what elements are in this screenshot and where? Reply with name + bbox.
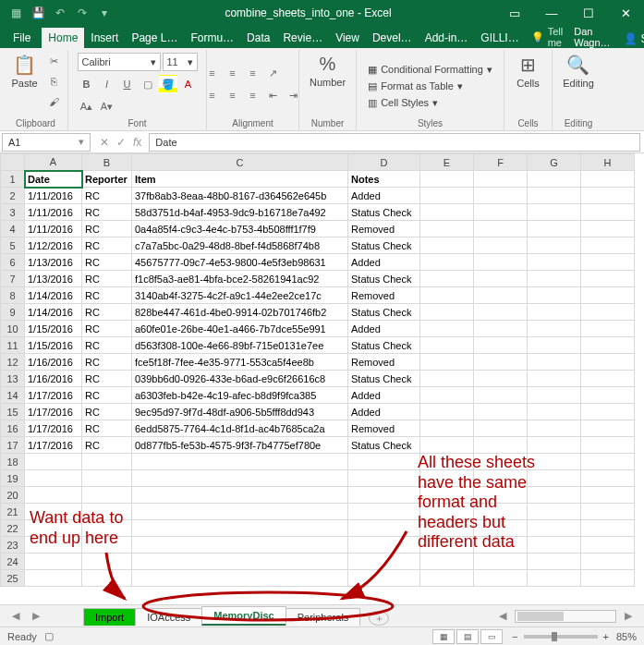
cell[interactable]: 1/17/2016 xyxy=(25,404,82,420)
cell[interactable]: Status Check xyxy=(348,337,420,354)
cell[interactable]: RC xyxy=(82,237,132,254)
cell[interactable]: RC xyxy=(82,271,132,287)
cell[interactable] xyxy=(474,304,528,321)
cell[interactable] xyxy=(348,470,420,487)
tab-page-layout[interactable]: Page L… xyxy=(125,28,184,48)
col-header-E[interactable]: E xyxy=(420,154,474,171)
shrink-font-icon[interactable]: A▾ xyxy=(98,97,116,116)
cell[interactable]: RC xyxy=(82,188,132,204)
row-header[interactable]: 8 xyxy=(1,287,25,304)
cell[interactable] xyxy=(420,354,474,371)
cell[interactable] xyxy=(474,404,528,420)
cell[interactable] xyxy=(474,188,528,204)
cell[interactable]: 3140ab4f-3275-4c2f-a9c1-44e2ee2ce17c xyxy=(132,287,348,304)
cell[interactable]: Status Check xyxy=(348,271,420,287)
undo-icon[interactable]: ↶ xyxy=(50,3,70,23)
tab-insert[interactable]: Insert xyxy=(84,28,125,48)
sheet-tab-memorydisc[interactable]: MemoryDisc xyxy=(201,606,286,626)
cell[interactable]: 1/12/2016 xyxy=(25,237,82,254)
cell[interactable] xyxy=(474,337,528,354)
cell[interactable] xyxy=(474,537,528,554)
cell[interactable] xyxy=(82,470,132,487)
enter-fx-icon[interactable]: ✓ xyxy=(116,136,126,149)
row-header[interactable]: 25 xyxy=(1,570,25,587)
col-header-C[interactable]: C xyxy=(132,154,348,171)
cell[interactable] xyxy=(25,470,82,487)
cell[interactable] xyxy=(581,287,635,304)
cell[interactable]: 1/13/2016 xyxy=(25,254,82,271)
cell[interactable] xyxy=(528,504,581,520)
cell[interactable] xyxy=(348,520,420,537)
format-painter-icon[interactable]: 🖌 xyxy=(45,92,64,111)
cell[interactable] xyxy=(528,454,581,470)
cell[interactable]: a6303feb-b42e-4c19-afec-b8d9f9fca385 xyxy=(132,387,348,404)
cell[interactable]: 1/11/2016 xyxy=(25,221,82,237)
cell[interactable]: 1/17/2016 xyxy=(25,420,82,437)
view-page-break-button[interactable]: ▭ xyxy=(480,629,503,644)
hscroll-bar[interactable] xyxy=(515,610,616,623)
cell[interactable]: 828be447-461d-4be0-9914-02b701746fb2 xyxy=(132,304,348,321)
cell[interactable]: 0d877fb5-fe53b-4575-9f3f-7b4775ef780e xyxy=(132,437,348,454)
tab-addins[interactable]: Add-in… xyxy=(419,28,475,48)
cell[interactable]: Item xyxy=(132,171,348,188)
cell[interactable] xyxy=(25,537,82,554)
col-header-D[interactable]: D xyxy=(348,154,420,171)
cell[interactable]: RC xyxy=(82,337,132,354)
col-header-A[interactable]: A xyxy=(25,154,82,171)
cell[interactable] xyxy=(420,437,474,454)
cell[interactable] xyxy=(132,520,348,537)
tab-data[interactable]: Data xyxy=(240,28,276,48)
align-center-icon[interactable]: ≡ xyxy=(224,86,242,104)
cell[interactable]: 58d3751d-b4af-4953-9dc9-b16718e7a492 xyxy=(132,204,348,221)
sheet-nav-next[interactable]: ▶ xyxy=(26,610,46,622)
tab-file[interactable]: File xyxy=(4,28,40,48)
cell[interactable]: RC xyxy=(82,354,132,371)
cell[interactable] xyxy=(581,537,635,554)
cell[interactable] xyxy=(132,487,348,504)
font-size[interactable]: 11▾ xyxy=(163,53,198,71)
cell[interactable] xyxy=(528,271,581,287)
row-header[interactable]: 4 xyxy=(1,221,25,237)
cell[interactable] xyxy=(82,520,132,537)
cell[interactable]: f1c8f5a3-ae81-4bfa-bce2-58261941ac92 xyxy=(132,271,348,287)
cell[interactable] xyxy=(528,420,581,437)
row-header[interactable]: 3 xyxy=(1,204,25,221)
cell[interactable] xyxy=(82,537,132,554)
cell[interactable]: RC xyxy=(82,254,132,271)
row-header[interactable]: 21 xyxy=(1,504,25,520)
cell[interactable]: 37fb8ab3-8eaa-48b0-8167-d364562e645b xyxy=(132,188,348,204)
cell[interactable] xyxy=(82,487,132,504)
cell[interactable] xyxy=(420,387,474,404)
cell[interactable] xyxy=(581,570,635,587)
cell[interactable] xyxy=(25,554,82,570)
bold-button[interactable]: B xyxy=(78,75,96,93)
cell[interactable]: a60fe01e-26be-40e1-a466-7b7dce55e991 xyxy=(132,321,348,337)
cell[interactable] xyxy=(528,188,581,204)
cell[interactable] xyxy=(581,354,635,371)
row-header[interactable]: 22 xyxy=(1,520,25,537)
hscroll-right[interactable]: ▶ xyxy=(618,610,638,622)
row-header[interactable]: 9 xyxy=(1,304,25,321)
sheet-tab-import[interactable]: Import xyxy=(83,608,136,626)
cell[interactable]: RC xyxy=(82,287,132,304)
cell[interactable]: Added xyxy=(348,387,420,404)
cell[interactable] xyxy=(474,420,528,437)
row-header[interactable]: 10 xyxy=(1,321,25,337)
cell[interactable] xyxy=(420,470,474,487)
cell[interactable] xyxy=(474,204,528,221)
cell[interactable] xyxy=(474,570,528,587)
cell[interactable]: 6edd5875-7764-4c1d-8f1d-ac4b7685ca2a xyxy=(132,420,348,437)
zoom-in-button[interactable]: + xyxy=(603,631,609,642)
cell[interactable] xyxy=(474,237,528,254)
cell[interactable] xyxy=(528,437,581,454)
cell[interactable]: Status Check xyxy=(348,237,420,254)
cell[interactable] xyxy=(528,337,581,354)
cell[interactable] xyxy=(474,221,528,237)
cell[interactable] xyxy=(528,387,581,404)
row-header[interactable]: 12 xyxy=(1,354,25,371)
cell[interactable]: Removed xyxy=(348,354,420,371)
cell[interactable] xyxy=(474,504,528,520)
cell[interactable]: 1/14/2016 xyxy=(25,304,82,321)
cell[interactable] xyxy=(420,504,474,520)
cell[interactable] xyxy=(581,237,635,254)
